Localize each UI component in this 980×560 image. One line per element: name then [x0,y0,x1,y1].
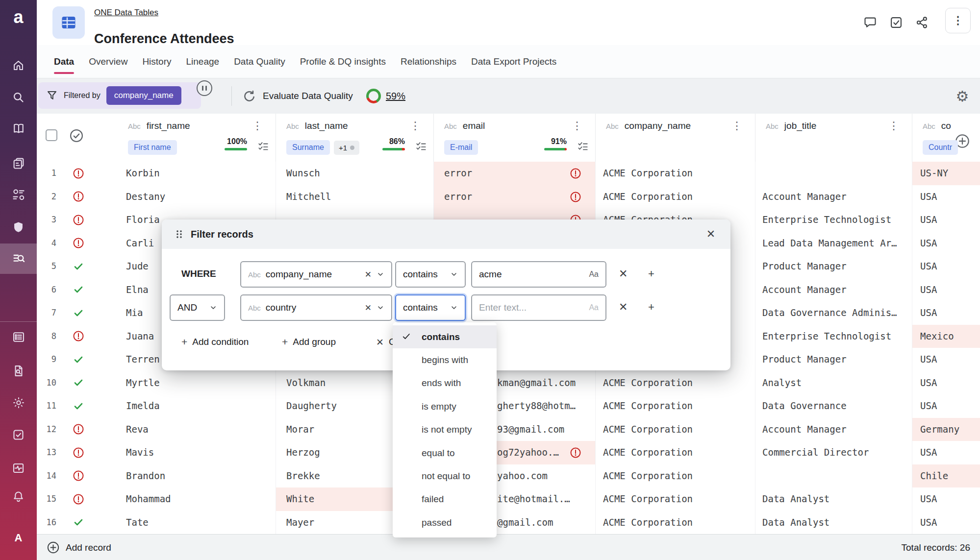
cell-country[interactable]: USA [912,278,980,302]
cell-first-name[interactable]: Destany [118,185,276,209]
dropdown-option-not-equal-to[interactable]: not equal to [393,464,497,487]
gear-icon[interactable] [0,390,37,416]
tab-data-export-projects[interactable]: Data Export Projects [471,45,556,78]
value-input[interactable]: Enter text... Aa [471,294,606,321]
data-explorer-icon[interactable] [0,245,37,272]
row-status-icon[interactable] [61,348,96,371]
breadcrumb[interactable]: ONE Data Tables [94,8,158,18]
dropdown-option-is-empty[interactable]: is empty [393,395,497,418]
cell-company-name[interactable]: ACME Corporation [595,371,755,395]
comment-icon[interactable] [861,14,879,31]
rules-icon[interactable] [578,141,588,152]
add-record-button[interactable]: Add record [47,535,111,560]
conjunction-select[interactable]: AND [170,294,225,321]
field-select[interactable]: Abc country ✕ [240,294,392,321]
select-all-checkbox[interactable] [46,129,57,141]
checkbox-icon[interactable] [887,14,905,31]
column-menu-icon[interactable]: ⋮ [252,121,263,131]
cell-first-name[interactable]: Myrtle [118,371,276,395]
cell-job-title[interactable]: Commercial Director [755,441,912,464]
row-status-icon[interactable] [61,208,96,232]
row-status-icon[interactable] [61,511,96,535]
cell-email[interactable]: error [433,162,595,185]
cell-job-title[interactable]: Account Manager [755,418,912,441]
row-status-icon[interactable] [61,255,96,278]
row-status-icon[interactable] [61,418,96,441]
column-header-company_name[interactable]: Abccompany_name⋮ [595,114,755,162]
cell-email[interactable]: error [433,185,595,209]
row-status-icon[interactable] [61,464,96,488]
cell-company-name[interactable]: ACME Corporation [595,464,755,488]
cell-first-name[interactable]: Korbin [118,162,276,185]
cell-country[interactable]: Germany [912,418,980,441]
case-sensitive-toggle[interactable]: Aa [589,303,599,312]
dropdown-option-contains[interactable]: contains [393,325,497,348]
cell-first-name[interactable]: Reva [118,418,276,441]
column-menu-icon[interactable]: ⋮ [410,121,421,131]
evaluate-dq-button[interactable]: Evaluate Data Quality [243,78,353,114]
cell-job-title[interactable]: Data Analyst [755,487,912,511]
row-status-icon[interactable] [61,487,96,511]
cell-company-name[interactable]: ACME Corporation [595,418,755,441]
dropdown-option-begins-with[interactable]: begins with [393,348,497,371]
add-group-button[interactable]: + Add group [282,335,336,349]
row-status-icon[interactable] [61,301,96,325]
column-header-co[interactable]: AbccoCountr [912,114,980,162]
filter-chip[interactable]: company_name [106,86,181,105]
cell-job-title[interactable]: Enterprise Technologist [755,325,912,348]
case-sensitive-toggle[interactable]: Aa [589,270,599,279]
dropdown-option-passed[interactable]: passed [393,511,497,534]
more-icon[interactable]: ⋮ [945,8,971,33]
filtered-by-pill[interactable]: Filtered by company_name [38,82,201,109]
column-tag[interactable]: E-mail [444,140,478,155]
tab-relationships[interactable]: Relationships [401,45,456,78]
tab-profile-dq-insights[interactable]: Profile & DQ insights [300,45,386,78]
task-check-icon[interactable] [0,421,37,448]
cell-job-title[interactable]: Enterprise Technologist [755,208,912,232]
rules-icon[interactable] [416,141,427,152]
catalog-icon[interactable] [0,181,37,208]
cell-job-title[interactable]: Account Manager [755,185,912,209]
clear-field-icon[interactable]: ✕ [365,269,372,280]
cell-country[interactable]: USA [912,301,980,325]
cell-country[interactable]: USA [912,371,980,395]
cell-country[interactable]: USA [912,208,980,232]
modal-header[interactable]: Filter records ✕ [162,219,730,249]
close-icon[interactable]: ✕ [703,226,719,242]
home-icon[interactable] [0,52,37,78]
cell-country[interactable]: USA [912,348,980,371]
add-condition-button[interactable]: + Add condition [181,335,249,349]
pause-filter-icon[interactable] [197,80,212,96]
cell-company-name[interactable]: ACME Corporation [595,511,755,535]
cell-company-name[interactable]: ACME Corporation [595,394,755,418]
monitor-pulse-icon[interactable] [0,455,37,481]
tab-overview[interactable]: Overview [89,45,127,78]
clear-field-icon[interactable]: ✕ [365,303,372,313]
gear-icon[interactable]: ⚙ [952,78,973,114]
column-menu-icon[interactable]: ⋮ [731,121,742,131]
avatar[interactable]: A [0,528,37,548]
cell-last-name[interactable]: Wunsch [276,162,433,185]
field-select[interactable]: Abc company_name ✕ [240,261,392,288]
drag-handle-icon[interactable] [176,228,183,240]
row-status-icon[interactable] [61,278,96,302]
column-tag[interactable]: First name [128,140,177,155]
dropdown-option-is-not-empty[interactable]: is not empty [393,418,497,441]
row-status-icon[interactable] [61,441,96,464]
cell-job-title[interactable]: Product Manager [755,255,912,278]
add-condition-icon[interactable]: + [648,300,654,314]
remove-condition-icon[interactable]: ✕ [619,267,628,281]
cell-first-name[interactable]: Mavis [118,441,276,464]
cell-first-name[interactable]: Brandon [118,464,276,488]
cell-first-name[interactable]: Mohammad [118,487,276,511]
cell-job-title[interactable]: Lead Data Management Ar… [755,232,912,255]
status-column-icon[interactable] [69,128,84,143]
column-header-first_name[interactable]: Abcfirst_name⋮First name100% [118,114,276,162]
bell-icon[interactable] [0,483,37,510]
cell-job-title[interactable]: Data Governance [755,394,912,418]
row-status-icon[interactable] [61,371,96,395]
add-condition-icon[interactable]: + [648,267,654,281]
cell-company-name[interactable]: ACME Corporation [595,441,755,464]
cell-country[interactable]: USA [912,394,980,418]
tab-data[interactable]: Data [54,45,74,78]
